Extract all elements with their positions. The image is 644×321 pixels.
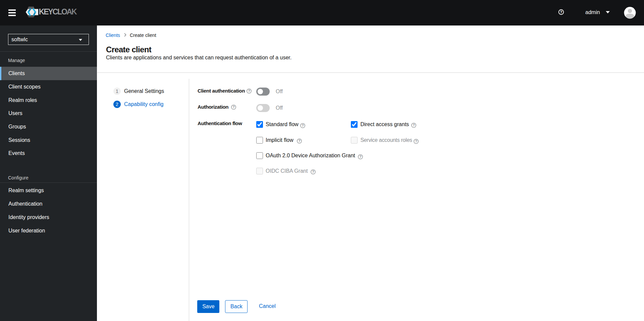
svg-text:?: ? xyxy=(560,10,562,14)
svg-text:?: ? xyxy=(413,123,415,127)
svg-text:?: ? xyxy=(248,89,250,93)
svg-text:?: ? xyxy=(298,139,300,143)
svg-text:?: ? xyxy=(415,140,417,143)
svg-text:?: ? xyxy=(312,170,314,174)
svg-text:?: ? xyxy=(302,124,304,127)
svg-text:?: ? xyxy=(359,155,361,159)
svg-text:?: ? xyxy=(232,105,234,109)
svg-text:KEYCLOAK: KEYCLOAK xyxy=(39,7,77,16)
